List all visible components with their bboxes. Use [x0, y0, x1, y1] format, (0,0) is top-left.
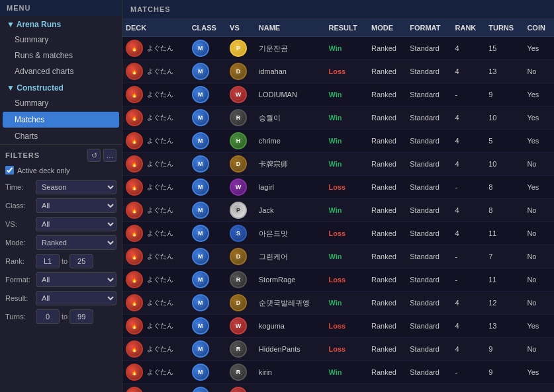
turns-from-input[interactable]: 0 [36, 309, 60, 324]
cell-format: Standard [406, 315, 451, 338]
table-row[interactable]: 🔥 よぐたん M P Jack Win Ranked Standard 4 8 … [122, 199, 554, 222]
cell-mode: Ranked [368, 130, 406, 153]
filters-refresh-button[interactable]: ↺ [87, 149, 101, 162]
cell-rank: 4 [452, 315, 486, 338]
result-label: Result: [5, 294, 33, 302]
sidebar-item-arena-advanced-charts[interactable]: Advanced charts [0, 63, 122, 79]
cell-rank: - [452, 176, 486, 199]
table-row[interactable]: 🔥 よぐたん M D idmahan Loss Ranked Standard … [122, 60, 554, 83]
cell-deck: 🔥 よぐたん [122, 37, 189, 60]
filters-panel: FILTERS ↺ … Active deck only Time: Seaso… [0, 144, 122, 392]
cell-turns: 13 [485, 315, 524, 338]
cell-deck: 🔥 よぐたん [122, 245, 189, 268]
cell-rank: 4 [452, 292, 486, 315]
cell-coin: Yes [524, 315, 554, 338]
cell-turns: 5 [485, 130, 524, 153]
cell-mode: Ranked [368, 83, 406, 106]
cell-class: M [189, 315, 226, 338]
rank-label: Rank: [5, 257, 33, 265]
cell-turns: 12 [485, 292, 524, 315]
sidebar-item-arena-summary[interactable]: Summary [0, 32, 122, 48]
cell-deck: 🔥 よぐたん [122, 222, 189, 245]
cell-deck: 🔥 よぐたん [122, 130, 189, 153]
format-filter-row: Format: All [5, 272, 116, 287]
cell-mode: Ranked [368, 384, 406, 393]
cell-deck: 🔥 よぐたん [122, 199, 189, 222]
arena-section[interactable]: ▼ Arena Runs [0, 16, 122, 32]
filters-more-button[interactable]: … [103, 149, 116, 162]
cell-coin: No [524, 199, 554, 222]
cell-class: M [189, 268, 226, 292]
table-row[interactable]: 🔥 よぐたん M R kirin Win Ranked Standard - 9… [122, 361, 554, 384]
cell-turns: 13 [485, 60, 524, 83]
table-row[interactable]: 🔥 よぐたん M W lagirl Loss Ranked Standard -… [122, 176, 554, 199]
cell-result: Win [325, 130, 368, 153]
cell-class: M [189, 60, 226, 83]
turns-to-input[interactable]: 99 [69, 309, 93, 324]
cell-class: M [189, 176, 226, 199]
class-select[interactable]: All [36, 198, 116, 213]
turns-label: Turns: [5, 313, 33, 321]
cell-mode: Ranked [368, 60, 406, 83]
rank-from-input[interactable]: L1 [36, 254, 60, 268]
table-row[interactable]: 🔥 よぐたん M D 그린케어 Win Ranked Standard - 7 … [122, 245, 554, 268]
table-row[interactable]: 🔥 よぐたん M P 기운잔곰 Win Ranked Standard 4 15… [122, 37, 554, 60]
col-mode: MODE [368, 19, 406, 37]
cell-format: Standard [406, 268, 451, 292]
table-row[interactable]: 🔥 よぐたん M W koguma Loss Ranked Standard 4… [122, 315, 554, 338]
mode-select[interactable]: Ranked [36, 235, 116, 250]
cell-vs: D [226, 292, 255, 315]
cell-coin: Yes [524, 361, 554, 384]
vs-filter-row: VS: All [5, 217, 116, 231]
active-deck-only-checkbox[interactable] [5, 166, 14, 175]
mode-label: Mode: [5, 239, 33, 247]
table-row[interactable]: 🔥 よぐたん M S 아은드맛 Loss Ranked Standard 4 1… [122, 222, 554, 245]
table-row[interactable]: 🔥 よぐたん M D 卡牌宗师 Win Ranked Standard 4 10… [122, 153, 554, 176]
cell-format: Standard [406, 106, 451, 130]
cell-name: Drama [255, 384, 326, 393]
constructed-section[interactable]: ▼ Constructed [0, 79, 122, 95]
sidebar-item-constr-matches[interactable]: Matches [3, 112, 119, 128]
cell-name: lagirl [255, 176, 326, 199]
format-select[interactable]: All [36, 272, 116, 287]
table-row[interactable]: 🔥 よぐたん M W LODIUMAN Win Ranked Standard … [122, 83, 554, 106]
cell-vs: W [226, 83, 255, 106]
vs-select[interactable]: All [36, 217, 116, 231]
cell-mode: Ranked [368, 268, 406, 292]
result-select[interactable]: All [36, 291, 116, 305]
cell-vs: P [226, 37, 255, 60]
active-deck-only-row: Active deck only [5, 166, 116, 175]
table-row[interactable]: 🔥 よぐたん M R StormRage Loss Ranked Standar… [122, 268, 554, 292]
cell-rank: 4 [452, 153, 486, 176]
cell-deck: 🔥 よぐたん [122, 83, 189, 106]
cell-rank: 4 [452, 60, 486, 83]
table-row[interactable]: 🔥 よぐたん M R HiddenPants Loss Ranked Stand… [122, 338, 554, 361]
cell-turns: 7 [485, 245, 524, 268]
cell-class: M [189, 245, 226, 268]
table-row[interactable]: 🔥 よぐたん M R 승월이 Win Ranked Standard 4 10 … [122, 106, 554, 130]
time-select[interactable]: Season [36, 180, 116, 194]
sidebar-item-arena-runs-matches[interactable]: Runs & matches [0, 48, 122, 63]
sidebar-item-constr-charts[interactable]: Charts [0, 128, 122, 144]
matches-table-container[interactable]: DECK CLASS VS NAME RESULT MODE FORMAT RA… [122, 19, 554, 392]
cell-rank: - [452, 83, 486, 106]
filters-title: FILTERS [5, 151, 40, 159]
cell-mode: Ranked [368, 153, 406, 176]
cell-result: Win [325, 106, 368, 130]
table-row[interactable]: 🔥 よぐたん M D 순댓국발레귀엥 Win Ranked Standard 4… [122, 292, 554, 315]
cell-deck: 🔥 よぐたん [122, 292, 189, 315]
sidebar-item-constr-summary[interactable]: Summary [0, 95, 122, 111]
cell-result: Loss [325, 315, 368, 338]
cell-turns: 8 [485, 176, 524, 199]
cell-mode: Ranked [368, 222, 406, 245]
cell-result: Win [325, 245, 368, 268]
table-row[interactable]: 🔥 よぐたん M H chrime Win Ranked Standard 4 … [122, 130, 554, 153]
cell-vs: W [226, 315, 255, 338]
cell-result: Loss [325, 176, 368, 199]
cell-format: Standard [406, 199, 451, 222]
cell-name: Jack [255, 199, 326, 222]
rank-to-input[interactable]: 25 [69, 254, 93, 268]
cell-format: Standard [406, 384, 451, 393]
col-format: FORMAT [406, 19, 451, 37]
table-row[interactable]: 🔥 よぐたん M W Drama Win Ranked Standard 5 1… [122, 384, 554, 393]
